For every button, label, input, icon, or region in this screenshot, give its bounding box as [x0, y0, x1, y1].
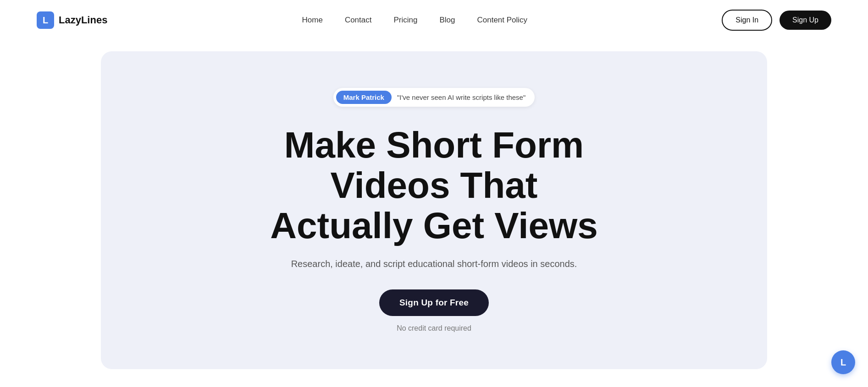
hero-headline-line2: Actually Get Views — [270, 205, 597, 246]
signup-button-header[interactable]: Sign Up — [780, 11, 831, 30]
nav-home[interactable]: Home — [302, 16, 323, 25]
logo-text: LazyLines — [59, 14, 107, 26]
testimonial-badge: Mark Patrick "I've never seen AI write s… — [333, 88, 535, 107]
chat-bubble-letter: L — [840, 357, 846, 368]
cta-signup-button[interactable]: Sign Up for Free — [379, 289, 489, 316]
hero-card: Mark Patrick "I've never seen AI write s… — [101, 51, 767, 369]
no-credit-card-label: No credit card required — [397, 324, 471, 332]
header: L LazyLines Home Contact Pricing Blog Co… — [0, 0, 868, 40]
nav-content-policy[interactable]: Content Policy — [477, 16, 527, 25]
nav-blog[interactable]: Blog — [439, 16, 455, 25]
hero-headline-line1: Make Short Form Videos That — [284, 125, 584, 206]
testimonial-name: Mark Patrick — [336, 91, 392, 104]
main-nav: Home Contact Pricing Blog Content Policy — [302, 16, 528, 25]
chat-bubble[interactable]: L — [831, 350, 855, 374]
nav-pricing[interactable]: Pricing — [393, 16, 417, 25]
nav-contact[interactable]: Contact — [345, 16, 372, 25]
testimonial-quote: "I've never seen AI write scripts like t… — [397, 93, 525, 101]
signin-button[interactable]: Sign In — [722, 10, 772, 31]
logo[interactable]: L LazyLines — [37, 11, 107, 29]
logo-icon: L — [37, 11, 54, 29]
hero-subtext: Research, ideate, and script educational… — [291, 259, 577, 269]
main-content: Mark Patrick "I've never seen AI write s… — [0, 40, 868, 387]
hero-headline: Make Short Form Videos That Actually Get… — [228, 125, 641, 246]
header-buttons: Sign In Sign Up — [722, 10, 831, 31]
